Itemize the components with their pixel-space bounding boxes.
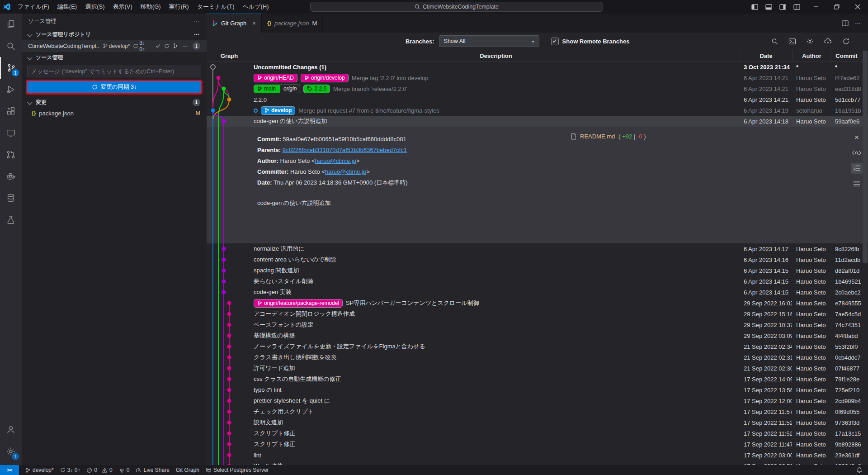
menu-item[interactable]: 移動(G) [137, 0, 165, 14]
fetch-cloud-icon[interactable] [824, 38, 832, 45]
menu-item[interactable]: 実行(R) [165, 0, 193, 14]
commit-row[interactable]: origin/feature/package-remodelSP専用ハンバーガー… [207, 298, 868, 309]
changed-file-row[interactable]: {} package.json M [22, 108, 207, 119]
search-icon[interactable] [0, 35, 22, 57]
show-remote-checkbox[interactable]: ✓ [551, 38, 559, 45]
commit-row[interactable]: prettier-stylesheet を quiet に17 Sep 2022… [207, 395, 868, 406]
close-detail-icon[interactable]: × [851, 132, 863, 143]
customize-layout-icon[interactable] [793, 4, 800, 10]
test-flask-icon[interactable] [0, 209, 22, 231]
notifications-bell-icon[interactable] [856, 467, 863, 473]
minimize-button[interactable] [806, 0, 826, 14]
commit-row[interactable]: 許可ワード追加21 Sep 2022 02:30Haruo Seto07f468… [207, 363, 868, 374]
col-graph[interactable]: Graph [207, 50, 252, 62]
repos-section-header[interactable]: ソース管理リポジトリ ⋯ [22, 29, 207, 40]
parent-hash-link[interactable]: 9c8226fbceb331870d7af53b3b6367bebed7cfc1 [283, 147, 407, 153]
commit-row[interactable]: developMerge pull request #7 from c-time… [207, 105, 868, 116]
branch-badge[interactable]: origin/develop [301, 74, 349, 82]
code-review-icon[interactable] [851, 147, 863, 158]
refresh-icon[interactable] [842, 38, 850, 45]
status-live-share[interactable]: Live Share [136, 467, 169, 473]
commit-row[interactable]: チェック用スクリプト17 Sep 2022 11:57Haruo Seto0f6… [207, 406, 868, 417]
docker-icon[interactable] [0, 166, 22, 187]
git-graph-action-icon[interactable] [173, 43, 178, 49]
commit-row[interactable]: content-area いらないので削除6 Apr 2023 14:16Har… [207, 254, 868, 265]
changed-file-entry[interactable]: README.md ( +92 | -0 ) [571, 133, 845, 140]
vertical-scrollbar[interactable] [863, 51, 868, 263]
menu-item[interactable]: ファイル(F) [14, 0, 53, 14]
remote-indicator[interactable]: >< [0, 465, 19, 475]
refresh-icon[interactable] [164, 43, 170, 49]
committer-email-link[interactable]: haruo@ctime.jp [325, 168, 366, 175]
toggle-secondary-sidebar-icon[interactable] [779, 4, 786, 10]
settings-gear-icon[interactable] [806, 38, 814, 45]
commit-row[interactable]: ベースフォントの設定29 Sep 2022 10:37Haruo Seto74c… [207, 319, 868, 330]
status-git-graph[interactable]: Git Graph [176, 467, 199, 473]
commit-row[interactable]: code-gen 実装6 Apr 2023 14:15Haruo Seto2c0… [207, 287, 868, 298]
extensions-icon[interactable] [0, 100, 22, 122]
find-commit-icon[interactable] [771, 38, 778, 45]
commit-row[interactable]: mainorigin2.2.0Merge branch 'release/2.2… [207, 83, 868, 94]
close-tab-icon[interactable]: × [252, 20, 256, 27]
commit-row[interactable]: spacing 関数追加6 Apr 2023 14:15Haruo Setod8… [207, 265, 868, 276]
commit-row[interactable]: クラス書き出し便利関数を改良21 Sep 2022 02:31Haruo Set… [207, 352, 868, 363]
menu-item[interactable]: 編集(E) [53, 0, 81, 14]
file-list-view-icon[interactable] [851, 178, 863, 189]
tab-package-json[interactable]: {} package.json M [262, 14, 323, 33]
commit-row[interactable]: W…ル改修17 Sep 2022 02:50Haruo Seto1502d0e8 [207, 461, 868, 465]
explorer-icon[interactable] [0, 14, 22, 35]
tab-git-graph[interactable]: Git Graph × [207, 14, 262, 33]
status-problems[interactable]: 0 0 [86, 467, 112, 473]
col-description[interactable]: Description [252, 50, 740, 62]
repo-more-icon[interactable]: ⋯ [182, 43, 189, 49]
restore-button[interactable] [826, 0, 847, 14]
status-postgres[interactable]: Select Postgres Server [206, 467, 269, 473]
status-ports[interactable]: 0 [119, 467, 130, 473]
terminal-icon[interactable] [788, 38, 796, 45]
commit-row[interactable]: origin/HEADorigin/developMerge tag '2.2.… [207, 72, 868, 83]
commit-row[interactable]: Uncommitted Changes (1)3 Oct 2023 21:34*… [207, 62, 868, 72]
branch-badge[interactable]: develop [261, 106, 295, 115]
commit-row[interactable]: ノーマライズファイルを更新・設定ファイルをFigmaと合わせる21 Sep 20… [207, 341, 868, 352]
commit-check-icon[interactable] [155, 43, 161, 49]
commit-row[interactable]: 説明文追加17 Sep 2022 11:52Haruo Seto97363f3d [207, 417, 868, 428]
settings-gear-icon[interactable]: 1 [0, 441, 22, 462]
run-debug-icon[interactable] [0, 79, 22, 100]
commit-row[interactable]: normalize 汎用的に6 Apr 2023 14:17Haruo Seto… [207, 243, 868, 254]
source-control-icon[interactable]: 1 [0, 57, 22, 79]
commit-row[interactable]: 基礎構造の構築29 Sep 2022 03:09Haruo Seto4f4f8a… [207, 330, 868, 341]
commit-row[interactable]: lint17 Sep 2022 03:00Haruo Seto23e361df [207, 450, 868, 461]
commit-row[interactable]: code-gen の使い方説明追加6 Apr 2023 14:18Haruo S… [207, 116, 868, 127]
changes-section-header[interactable]: 変更 1 [22, 97, 207, 108]
editor-more-actions-icon[interactable]: ⋯ [855, 20, 862, 27]
branch-badge[interactable]: mainorigin [254, 85, 300, 93]
sync-changes-button[interactable]: 変更の同期 3↓ [27, 81, 201, 93]
commit-row[interactable]: スクリプト修正17 Sep 2022 11:47Haruo Seto9b8928… [207, 439, 868, 450]
commit-message-input[interactable]: メッセージ ("develop" でコミットするためのCtrl+Enter) [27, 66, 201, 77]
database-icon[interactable] [0, 187, 22, 209]
command-center-search[interactable]: CtimeWebsiteCodingTemplate [310, 2, 603, 12]
tag-badge[interactable]: 2.2.0 [303, 85, 330, 93]
status-branch[interactable]: develop* [25, 467, 54, 473]
branch-badge[interactable]: origin/feature/package-remodel [254, 299, 343, 308]
col-author[interactable]: Author [792, 50, 831, 62]
col-date[interactable]: Date [740, 50, 792, 62]
menu-item[interactable]: ヘルプ(H) [239, 0, 273, 14]
sidebar-more-icon[interactable]: ⋯ [194, 18, 201, 25]
commit-row[interactable]: スクリプト修正17 Sep 2022 11:52Haruo Seto17a13c… [207, 428, 868, 439]
col-commit[interactable]: Commit [831, 50, 862, 62]
commit-row[interactable]: typo の lint17 Sep 2022 13:56Haruo Seto72… [207, 385, 868, 395]
toggle-sidebar-icon[interactable] [751, 4, 758, 10]
author-email-link[interactable]: haruo@ctime.jp [315, 157, 356, 164]
toggle-panel-icon[interactable] [765, 4, 772, 10]
menu-item[interactable]: 選択(S) [81, 0, 108, 14]
branches-dropdown[interactable]: Show All ▾ [439, 35, 539, 47]
commit-row[interactable]: 要らないスタイル削除6 Apr 2023 14:15Haruo Seto1b46… [207, 276, 868, 287]
menu-item[interactable]: 表示(V) [109, 0, 137, 14]
file-tree-view-icon[interactable] [851, 163, 863, 174]
status-sync[interactable]: 3↓ 0↑ [60, 467, 80, 473]
accounts-icon[interactable] [0, 419, 22, 441]
menu-item[interactable]: ターミナル(T) [193, 0, 239, 14]
split-editor-icon[interactable] [842, 20, 849, 27]
branch-badge[interactable]: origin/HEAD [254, 74, 297, 82]
